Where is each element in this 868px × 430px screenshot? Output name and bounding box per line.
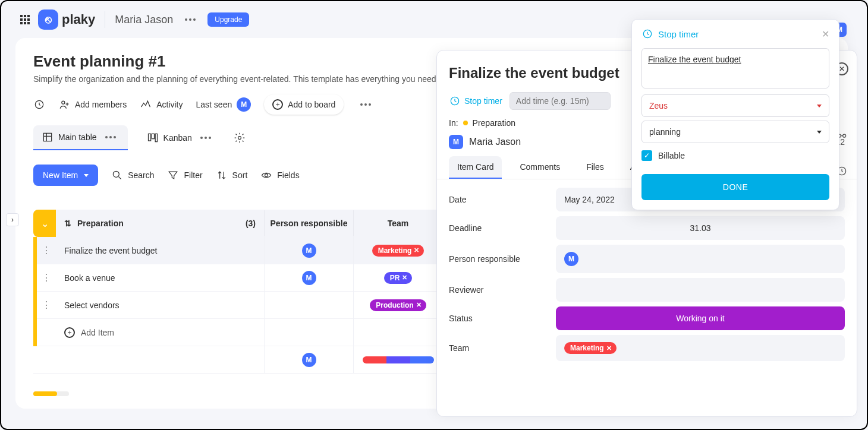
done-button[interactable]: DONE [641, 174, 829, 200]
activity-button[interactable]: Activity [140, 99, 183, 110]
search-button[interactable]: Search [111, 169, 154, 181]
close-popup-button[interactable]: ✕ [822, 29, 829, 40]
field-label-status: Status [449, 314, 544, 323]
workspace-user[interactable]: Maria Jason [115, 14, 173, 26]
field-label-deadline: Deadline [449, 223, 544, 233]
upgrade-button[interactable]: Upgrade [207, 12, 249, 27]
svg-rect-5 [155, 134, 157, 141]
svg-point-1 [62, 101, 65, 104]
field-label-team: Team [449, 343, 544, 353]
brand-name: plaky [62, 12, 95, 27]
filter-button[interactable]: Filter [167, 169, 202, 181]
view-settings-button[interactable] [234, 132, 246, 144]
remove-icon[interactable]: ✕ [416, 301, 422, 309]
apps-icon[interactable] [20, 15, 30, 24]
new-item-button[interactable]: New Item [33, 165, 98, 186]
last-seen-avatar: M [237, 97, 251, 112]
tab-main-table[interactable]: Main table [33, 125, 128, 150]
drag-handle-icon[interactable]: ⇅ [64, 219, 71, 228]
team-summary-bar [363, 356, 434, 363]
remove-icon[interactable]: ✕ [414, 246, 419, 254]
stop-timer-button[interactable]: Stop timer [449, 95, 502, 107]
in-group[interactable]: Preparation [473, 118, 515, 128]
field-value-deadline[interactable]: 31.03 [556, 216, 845, 240]
item-name[interactable]: Select vendors [56, 301, 264, 310]
summary-avatar: M [302, 353, 316, 367]
svg-point-8 [265, 174, 268, 177]
expand-sidebar-button[interactable]: › [6, 213, 19, 226]
person-avatar[interactable]: M [302, 271, 316, 285]
field-value-team[interactable]: Marketing✕ [556, 335, 845, 361]
plus-icon: + [272, 99, 283, 110]
field-label-person: Person responsible [449, 254, 544, 264]
group-color-dot [463, 121, 468, 125]
person-avatar[interactable]: M [302, 244, 316, 258]
divider [105, 11, 105, 28]
group-name[interactable]: Preparation [77, 219, 124, 228]
board-more-icon[interactable] [357, 100, 375, 109]
chevron-down-icon [817, 131, 822, 134]
panel-user-name: Maria Jason [469, 137, 521, 147]
row-menu-icon[interactable]: ⋮ [37, 245, 56, 256]
in-label: In: [449, 118, 458, 128]
column-person[interactable]: Person responsible [264, 210, 353, 236]
team-pill[interactable]: Production✕ [370, 299, 426, 311]
team-pill[interactable]: PR✕ [384, 272, 413, 284]
tab-comments[interactable]: Comments [511, 156, 568, 179]
svg-rect-2 [43, 133, 51, 141]
svg-point-7 [113, 171, 119, 177]
fields-button[interactable]: Fields [260, 169, 299, 181]
row-menu-icon[interactable]: ⋮ [37, 299, 56, 311]
row-menu-icon[interactable]: ⋮ [37, 272, 56, 283]
add-time-input[interactable] [510, 92, 611, 110]
field-value-person[interactable]: M [556, 245, 845, 273]
field-value-status[interactable]: Working on it [556, 306, 845, 330]
team-pill[interactable]: Marketing✕ [372, 245, 424, 257]
tab-more-icon[interactable] [102, 132, 119, 142]
tab-files[interactable]: Files [578, 156, 612, 179]
popup-description-input[interactable]: Finalize the event budget [641, 48, 829, 88]
tab-item-card[interactable]: Item Card [449, 156, 502, 179]
field-value-reviewer[interactable] [556, 278, 845, 302]
chevron-down-icon [817, 105, 822, 108]
checkbox-checked-icon: ✓ [641, 150, 652, 161]
popup-tag-select[interactable]: planning [641, 121, 829, 143]
tab-more-icon[interactable] [197, 133, 215, 143]
svg-rect-4 [152, 134, 154, 138]
remove-icon[interactable]: ✕ [402, 274, 407, 282]
field-label-date: Date [449, 195, 544, 204]
item-name[interactable]: Book a venue [56, 273, 264, 283]
item-name[interactable]: Finalize the event budget [56, 246, 264, 255]
group-collapse-button[interactable]: ⌄ [33, 210, 56, 237]
remove-icon[interactable]: ✕ [606, 344, 612, 352]
add-to-board-button[interactable]: +Add to board [264, 94, 344, 115]
chevron-down-icon [84, 174, 89, 177]
svg-rect-3 [148, 134, 150, 141]
user-avatar: M [449, 135, 463, 149]
timer-icon [641, 28, 653, 40]
logo-mark: ⎋ [38, 10, 58, 30]
field-label-reviewer: Reviewer [449, 285, 544, 295]
svg-point-6 [238, 137, 241, 140]
column-team[interactable]: Team [353, 210, 442, 236]
automation-button[interactable] [33, 99, 45, 110]
tab-kanban[interactable]: Kanban [139, 126, 223, 150]
sort-button[interactable]: Sort [216, 169, 248, 181]
last-seen[interactable]: Last seenM [196, 97, 251, 112]
logo[interactable]: ⎋ plaky [38, 10, 95, 30]
stop-timer-popup: Stop timer ✕ Finalize the event budget Z… [631, 19, 839, 210]
more-icon[interactable] [181, 15, 199, 24]
popup-project-select[interactable]: Zeus [641, 94, 829, 117]
group-count: (3) [246, 219, 256, 228]
billable-checkbox[interactable]: ✓Billable [641, 150, 829, 161]
plus-icon: + [64, 327, 75, 338]
add-members-button[interactable]: Add members [58, 99, 127, 110]
popup-title: Stop timer [658, 29, 699, 39]
svg-point-11 [843, 134, 846, 137]
horizontal-scrollbar[interactable] [33, 391, 69, 396]
